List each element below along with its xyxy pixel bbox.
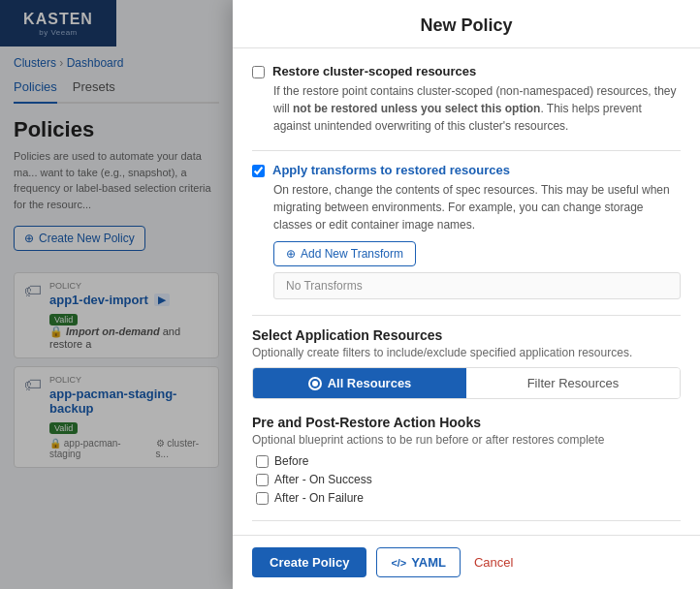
- hook-after-failure-checkbox[interactable]: [256, 492, 269, 505]
- divider-1: [252, 150, 681, 151]
- modal-title: New Policy: [420, 16, 512, 35]
- action-hooks-title: Pre and Post-Restore Action Hooks: [252, 415, 681, 430]
- filter-resources-label: Filter Resources: [527, 376, 620, 390]
- application-resources-section: Select Application Resources Optionally …: [252, 327, 681, 399]
- modal-header: New Policy: [233, 0, 700, 48]
- divider-2: [252, 315, 681, 316]
- no-transforms-text: No Transforms: [286, 279, 363, 293]
- restore-cluster-desc: If the restore point contains cluster-sc…: [273, 82, 681, 135]
- all-resources-button[interactable]: All Resources: [253, 368, 466, 398]
- apply-transforms-checkbox[interactable]: [252, 165, 265, 177]
- create-policy-button[interactable]: Create Policy: [252, 547, 366, 577]
- action-hooks-section: Pre and Post-Restore Action Hooks Option…: [252, 415, 681, 505]
- app-resources-title: Select Application Resources: [252, 327, 681, 343]
- restore-cluster-checkbox[interactable]: [252, 66, 265, 78]
- hook-after-failure: After - On Failure: [256, 491, 681, 505]
- apply-transforms-section: Apply transforms to restored resources O…: [252, 163, 681, 299]
- app-resources-desc: Optionally create filters to include/exc…: [252, 346, 681, 359]
- hook-before: Before: [256, 454, 681, 468]
- no-transforms-box: No Transforms: [273, 272, 681, 299]
- new-policy-modal: New Policy Restore cluster-scoped resour…: [233, 0, 700, 589]
- hook-before-checkbox[interactable]: [256, 455, 269, 468]
- filter-resources-button[interactable]: Filter Resources: [466, 368, 680, 398]
- restore-cluster-scoped-section: Restore cluster-scoped resources If the …: [252, 64, 681, 135]
- apply-transforms-option-row: Apply transforms to restored resources: [252, 163, 681, 177]
- yaml-button[interactable]: </> YAML: [376, 547, 461, 577]
- divider-3: [252, 520, 681, 521]
- restore-cluster-title: Restore cluster-scoped resources: [272, 64, 476, 78]
- plus-circle-icon: ⊕: [286, 247, 296, 261]
- action-hooks-desc: Optional blueprint actions to be run bef…: [252, 433, 681, 447]
- modal-footer: Create Policy </> YAML Cancel: [233, 535, 700, 589]
- apply-transforms-title: Apply transforms to restored resources: [272, 163, 510, 177]
- hook-after-failure-label: After - On Failure: [274, 491, 364, 505]
- not-be-restored-text: not be restored unless you select this o…: [293, 102, 540, 115]
- code-icon: </>: [391, 557, 406, 569]
- modal-body[interactable]: Restore cluster-scoped resources If the …: [233, 48, 700, 535]
- cancel-button[interactable]: Cancel: [474, 555, 513, 570]
- resources-toggle: All Resources Filter Resources: [252, 367, 681, 399]
- add-new-transform-button[interactable]: ⊕ Add New Transform: [273, 241, 416, 266]
- all-resources-label: All Resources: [328, 376, 412, 390]
- hook-before-label: Before: [274, 454, 308, 468]
- hooks-options: Before After - On Success After - On Fai…: [256, 454, 681, 505]
- hook-after-success-label: After - On Success: [274, 473, 372, 486]
- restore-cluster-option-row: Restore cluster-scoped resources: [252, 64, 681, 78]
- hook-after-success: After - On Success: [256, 473, 681, 486]
- apply-transforms-desc: On restore, change the contents of spec …: [273, 181, 681, 233]
- yaml-label: YAML: [411, 555, 446, 570]
- all-resources-radio: [308, 377, 322, 390]
- radio-inner: [312, 381, 318, 387]
- add-transform-label: Add New Transform: [301, 247, 403, 261]
- hook-after-success-checkbox[interactable]: [256, 474, 269, 486]
